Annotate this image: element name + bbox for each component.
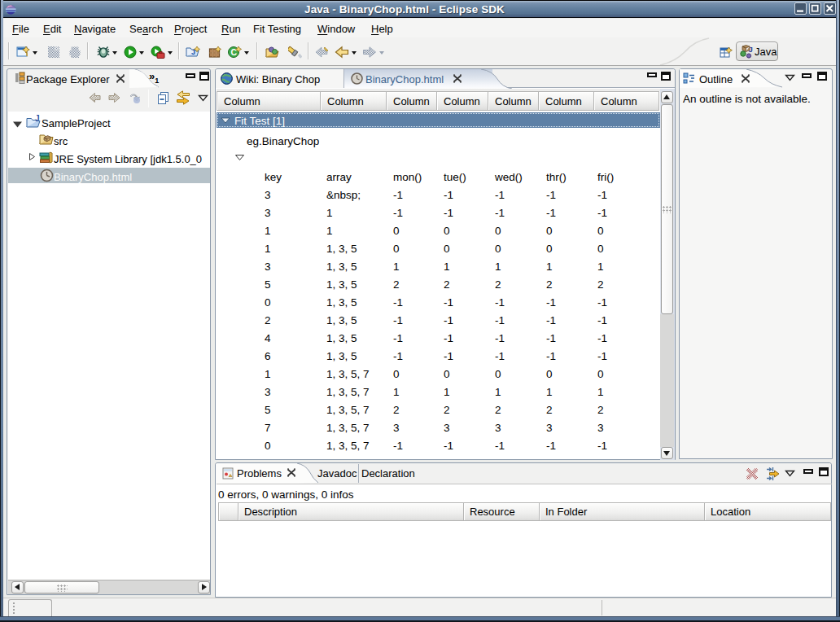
svg-text:J: J: [749, 45, 753, 54]
svg-text:J: J: [35, 115, 40, 123]
